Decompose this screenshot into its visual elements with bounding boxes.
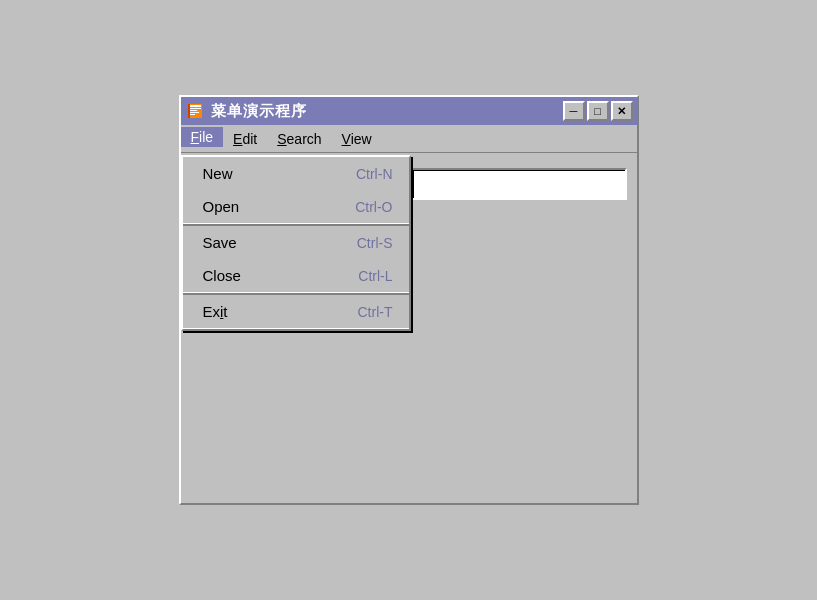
- title-bar: 菜单演示程序 ─ □ ✕: [181, 97, 637, 125]
- svg-rect-4: [189, 112, 199, 113]
- app-icon: [185, 101, 205, 121]
- dropdown-section-2: Save Ctrl-S Close Ctrl-L: [183, 226, 409, 295]
- search-bar-container: [411, 168, 627, 200]
- menu-label-edit: Edit: [233, 131, 257, 147]
- title-buttons: ─ □ ✕: [563, 101, 633, 121]
- dropdown-section-3: Exit Ctrl-T: [183, 295, 409, 329]
- svg-rect-1: [189, 105, 201, 107]
- svg-rect-6: [188, 104, 190, 118]
- menu-item-view[interactable]: View: [332, 127, 382, 150]
- exit-shortcut: Ctrl-T: [358, 304, 393, 320]
- menu-item-search[interactable]: Search: [267, 127, 331, 150]
- menu-close[interactable]: Close Ctrl-L: [183, 259, 409, 292]
- exit-label: Exit: [203, 303, 228, 320]
- maximize-button[interactable]: □: [587, 101, 609, 121]
- open-shortcut: Ctrl-O: [355, 199, 392, 215]
- menu-item-file[interactable]: File: [181, 127, 224, 147]
- menu-label-search: Search: [277, 131, 321, 147]
- close-button[interactable]: ✕: [611, 101, 633, 121]
- menu-item-edit[interactable]: Edit: [223, 127, 267, 150]
- window-title: 菜单演示程序: [211, 102, 307, 121]
- file-menu-wrapper: File New Ctrl-N Open Ctrl-O: [181, 127, 224, 150]
- menu-bar: File New Ctrl-N Open Ctrl-O: [181, 125, 637, 153]
- menu-open[interactable]: Open Ctrl-O: [183, 190, 409, 223]
- dropdown-section-1: New Ctrl-N Open Ctrl-O: [183, 157, 409, 226]
- new-label: New: [203, 165, 233, 182]
- title-bar-left: 菜单演示程序: [185, 101, 307, 121]
- close-label: Close: [203, 267, 241, 284]
- save-shortcut: Ctrl-S: [357, 235, 393, 251]
- menu-label-view: View: [342, 131, 372, 147]
- menu-save[interactable]: Save Ctrl-S: [183, 226, 409, 259]
- menu-new[interactable]: New Ctrl-N: [183, 157, 409, 190]
- open-label: Open: [203, 198, 240, 215]
- menu-exit[interactable]: Exit Ctrl-T: [183, 295, 409, 328]
- search-input[interactable]: [411, 168, 627, 200]
- main-window: 菜单演示程序 ─ □ ✕ File New Ctrl-N: [179, 95, 639, 505]
- svg-rect-3: [189, 110, 197, 111]
- menu-label-file: File: [191, 129, 214, 145]
- minimize-button[interactable]: ─: [563, 101, 585, 121]
- save-label: Save: [203, 234, 237, 251]
- new-shortcut: Ctrl-N: [356, 166, 393, 182]
- close-shortcut: Ctrl-L: [358, 268, 392, 284]
- svg-rect-2: [189, 108, 201, 109]
- file-dropdown-menu: New Ctrl-N Open Ctrl-O Save Ctrl-S: [181, 155, 411, 331]
